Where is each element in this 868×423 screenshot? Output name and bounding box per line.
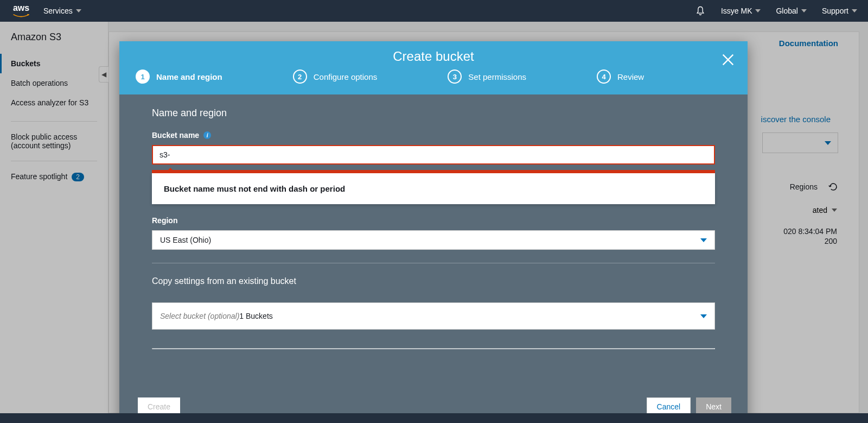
copy-settings-title: Copy settings from an existing bucket bbox=[152, 276, 715, 286]
wizard-steps: 1Name and region 2Configure options 3Set… bbox=[119, 70, 748, 84]
step-name-region[interactable]: 1Name and region bbox=[136, 70, 222, 84]
page: Amazon S3 Buckets Batch operations Acces… bbox=[0, 22, 868, 423]
section-title: Name and region bbox=[152, 108, 715, 119]
section-divider bbox=[152, 263, 715, 263]
user-menu[interactable]: Issye MK bbox=[721, 7, 761, 15]
chevron-down-icon bbox=[700, 314, 707, 318]
chevron-down-icon bbox=[700, 238, 707, 242]
region-label: Global bbox=[776, 7, 797, 15]
create-bucket-modal: Create bucket 1Name and region 2Configur… bbox=[119, 41, 748, 423]
step-label: Configure options bbox=[314, 72, 378, 81]
error-message: Bucket name must not end with dash or pe… bbox=[164, 184, 345, 193]
modal-title: Create bucket bbox=[119, 41, 748, 70]
field-label-text: Region bbox=[152, 216, 177, 225]
region-select[interactable]: US East (Ohio) bbox=[152, 230, 715, 250]
step-number: 3 bbox=[448, 70, 462, 84]
caret-down-icon bbox=[755, 9, 761, 12]
modal-header: Create bucket 1Name and region 2Configur… bbox=[119, 41, 748, 94]
step-number: 2 bbox=[293, 70, 307, 84]
step-permissions[interactable]: 3Set permissions bbox=[448, 70, 526, 84]
validation-error-popover: Bucket name must not end with dash or pe… bbox=[152, 173, 715, 204]
step-label: Name and region bbox=[156, 72, 222, 81]
region-label: Region bbox=[152, 216, 715, 225]
region-menu[interactable]: Global bbox=[776, 7, 806, 15]
caret-down-icon bbox=[852, 9, 857, 12]
caret-down-icon bbox=[76, 9, 81, 12]
region-value: US East (Ohio) bbox=[160, 236, 211, 244]
footer-divider bbox=[152, 348, 715, 349]
step-number: 4 bbox=[597, 70, 611, 84]
field-label-text: Bucket name bbox=[152, 131, 199, 140]
caret-down-icon bbox=[801, 9, 807, 12]
step-label: Review bbox=[617, 72, 644, 81]
services-menu[interactable]: Services bbox=[43, 7, 81, 15]
info-icon[interactable]: i bbox=[203, 131, 211, 139]
bucket-name-input[interactable] bbox=[152, 145, 715, 165]
user-label: Issye MK bbox=[721, 7, 752, 15]
aws-logo-text: aws bbox=[13, 4, 29, 12]
copy-placeholder: Select bucket (optional) bbox=[160, 312, 239, 320]
error-accent-bar bbox=[152, 170, 715, 173]
step-label: Set permissions bbox=[468, 72, 526, 81]
bottom-bar bbox=[0, 413, 868, 423]
step-configure[interactable]: 2Configure options bbox=[293, 70, 378, 84]
copy-bucket-select[interactable]: Select bucket (optional)1 Buckets bbox=[152, 302, 715, 330]
step-number: 1 bbox=[136, 70, 150, 84]
support-menu[interactable]: Support bbox=[822, 7, 857, 15]
bell-icon[interactable] bbox=[695, 5, 706, 16]
copy-bucket-value: Select bucket (optional)1 Buckets bbox=[160, 312, 273, 320]
aws-logo[interactable]: aws bbox=[11, 4, 31, 18]
services-label: Services bbox=[43, 7, 73, 15]
copy-bucket-count: 1 Buckets bbox=[239, 312, 272, 320]
modal-body: Name and region Bucket name i Bucket nam… bbox=[119, 94, 748, 386]
close-icon[interactable] bbox=[720, 52, 736, 67]
step-review[interactable]: 4Review bbox=[597, 70, 644, 84]
bucket-name-label: Bucket name i bbox=[152, 131, 715, 140]
support-label: Support bbox=[822, 7, 848, 15]
aws-swoosh-icon bbox=[11, 14, 31, 18]
top-nav: aws Services Issye MK Global Support bbox=[0, 0, 868, 22]
